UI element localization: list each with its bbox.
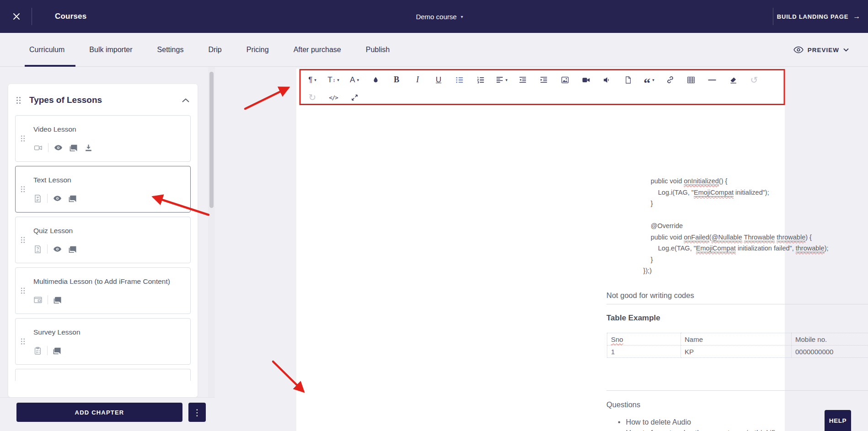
font-color-button[interactable]: A▾ xyxy=(348,73,361,87)
lesson-card-survey-lesson[interactable]: Survey Lesson xyxy=(15,318,191,365)
paragraph-text: Not good for writing codes xyxy=(606,291,694,300)
insert-audio-button[interactable] xyxy=(600,73,614,87)
tab-publish[interactable]: Publish xyxy=(366,33,390,67)
table-header-cell[interactable]: Sno xyxy=(607,333,681,346)
code-block: public void onInitialized() { Log.i(TAG,… xyxy=(606,176,829,277)
table-header-cell[interactable]: Name xyxy=(681,333,792,346)
caret-down-icon: ▾ xyxy=(357,78,359,82)
insert-table-button[interactable] xyxy=(684,73,698,87)
eraser-button[interactable] xyxy=(726,73,740,87)
paragraph-format-button[interactable]: ¶▾ xyxy=(305,73,319,87)
unordered-list-button[interactable] xyxy=(453,73,466,87)
eye-icon[interactable] xyxy=(53,194,62,203)
underline-button[interactable]: U xyxy=(432,73,445,87)
bold-button[interactable]: B xyxy=(390,73,403,87)
tab-after-purchase[interactable]: After purchase xyxy=(294,33,341,67)
drag-handle-icon[interactable] xyxy=(21,338,25,345)
align-button[interactable]: ▾ xyxy=(495,73,509,87)
indent-button[interactable] xyxy=(537,73,551,87)
drag-handle-icon[interactable] xyxy=(21,287,25,294)
preview-button[interactable]: PREVIEW xyxy=(793,33,849,67)
highlight-button[interactable] xyxy=(369,73,382,87)
eye-icon[interactable] xyxy=(54,144,63,152)
tab-bulk-importer[interactable]: Bulk importer xyxy=(89,33,132,67)
build-landing-page-button[interactable]: BUILD LANDING PAGE → xyxy=(777,0,861,33)
table-cell[interactable]: 1 xyxy=(607,346,681,358)
lesson-card-video-lesson[interactable]: Video Lesson xyxy=(15,115,191,162)
outdent-button[interactable] xyxy=(516,73,530,87)
horizontal-line-button[interactable]: — xyxy=(705,73,719,87)
editor-panel[interactable]: public void onInitialized() { Log.i(TAG,… xyxy=(296,69,785,431)
course-builder-app: Courses Demo course ▾ BUILD LANDING PAGE… xyxy=(0,0,868,431)
questions-label: Questions xyxy=(606,400,640,409)
code-line: public void onFailed(@Nullable Throwable… xyxy=(606,232,829,243)
videocam-icon xyxy=(33,144,43,152)
comment-icon[interactable] xyxy=(53,346,62,355)
lesson-card-quiz-lesson[interactable]: Quiz Lesson xyxy=(15,217,191,263)
lesson-card-partial[interactable] xyxy=(15,369,191,381)
lesson-icons xyxy=(33,245,185,263)
add-chapter-button[interactable]: ADD CHAPTER xyxy=(16,403,182,422)
topbar-divider-right xyxy=(773,8,773,25)
font-size-button[interactable]: T↕▾ xyxy=(327,73,340,87)
eye-icon[interactable] xyxy=(53,245,62,254)
caret-down-icon: ▾ xyxy=(652,78,654,82)
kebab-icon: ⋮ xyxy=(193,408,202,417)
table-heading: Table Example xyxy=(606,314,660,323)
comment-icon[interactable] xyxy=(68,194,77,203)
help-button[interactable]: HELP xyxy=(825,410,851,431)
fullscreen-button[interactable] xyxy=(348,90,361,104)
caret-down-icon: ▾ xyxy=(337,78,339,82)
table-header-cell[interactable]: Mobile no. xyxy=(792,333,868,346)
table-cell[interactable]: 0000000000 xyxy=(792,346,868,358)
drag-handle-icon[interactable] xyxy=(16,96,21,104)
caret-down-icon: ▾ xyxy=(314,78,316,82)
code-line: @Override xyxy=(606,220,829,232)
lesson-title: Text Lesson xyxy=(33,176,171,185)
italic-button[interactable]: I xyxy=(411,73,424,87)
code-line: } xyxy=(606,198,829,209)
topbar-divider xyxy=(32,8,32,25)
question-item: How to delete Audio xyxy=(618,417,779,428)
course-selector[interactable]: Demo course ▾ xyxy=(416,0,463,33)
insert-file-button[interactable] xyxy=(621,73,635,87)
app-title: Courses xyxy=(55,0,86,33)
lesson-title: Survey Lesson xyxy=(33,328,171,337)
ordered-list-button[interactable] xyxy=(474,73,488,87)
sidebar-scrollbar-thumb[interactable] xyxy=(209,72,214,208)
insert-video-button[interactable] xyxy=(579,73,593,87)
insert-image-button[interactable] xyxy=(558,73,572,87)
lesson-card-multimedia-lesson[interactable]: Multimedia Lesson (to Add iFrame Content… xyxy=(15,267,191,314)
chevron-up-icon xyxy=(182,98,189,102)
collapse-chapter-button[interactable] xyxy=(182,98,189,102)
close-button[interactable] xyxy=(10,10,23,23)
caret-down-icon: ▾ xyxy=(461,14,463,19)
drag-handle-icon[interactable] xyxy=(21,186,25,193)
content-table[interactable]: SnoNameMobile no.email 1KP0000000000hell… xyxy=(607,333,868,358)
arrow-right-icon: → xyxy=(853,12,861,21)
download-icon[interactable] xyxy=(84,144,93,152)
chapter-header[interactable]: Types of Lessons xyxy=(8,84,198,113)
lesson-title: Video Lesson xyxy=(33,125,171,134)
table-cell[interactable]: KP xyxy=(681,346,792,358)
comment-icon[interactable] xyxy=(53,296,62,304)
tab-pricing[interactable]: Pricing xyxy=(246,33,269,67)
tab-list: CurriculumBulk importerSettingsDripPrici… xyxy=(29,33,390,67)
comment-icon[interactable] xyxy=(68,245,77,254)
quote-button[interactable]: “▾ xyxy=(642,73,656,87)
code-view-button[interactable]: </> xyxy=(327,90,340,104)
drag-handle-icon[interactable] xyxy=(21,237,25,244)
comment-icon[interactable] xyxy=(69,144,78,152)
insert-link-button[interactable] xyxy=(663,73,677,87)
toolbar-row-1: ¶▾T↕▾A▾BIU▾“▾—↺ xyxy=(300,69,784,90)
code-line: public void onInitialized() { xyxy=(606,176,829,187)
undo-button[interactable]: ↺ xyxy=(747,73,761,87)
redo-button[interactable]: ↻ xyxy=(305,90,319,104)
tab-settings[interactable]: Settings xyxy=(157,33,184,67)
annotation-arrow-toolbar xyxy=(245,88,288,109)
lesson-card-text-lesson[interactable]: Text Lesson xyxy=(15,166,191,213)
chapter-menu-button[interactable]: ⋮ xyxy=(188,403,206,422)
drag-handle-icon[interactable] xyxy=(21,135,25,142)
tab-curriculum[interactable]: Curriculum xyxy=(29,33,64,67)
tab-drip[interactable]: Drip xyxy=(208,33,221,67)
